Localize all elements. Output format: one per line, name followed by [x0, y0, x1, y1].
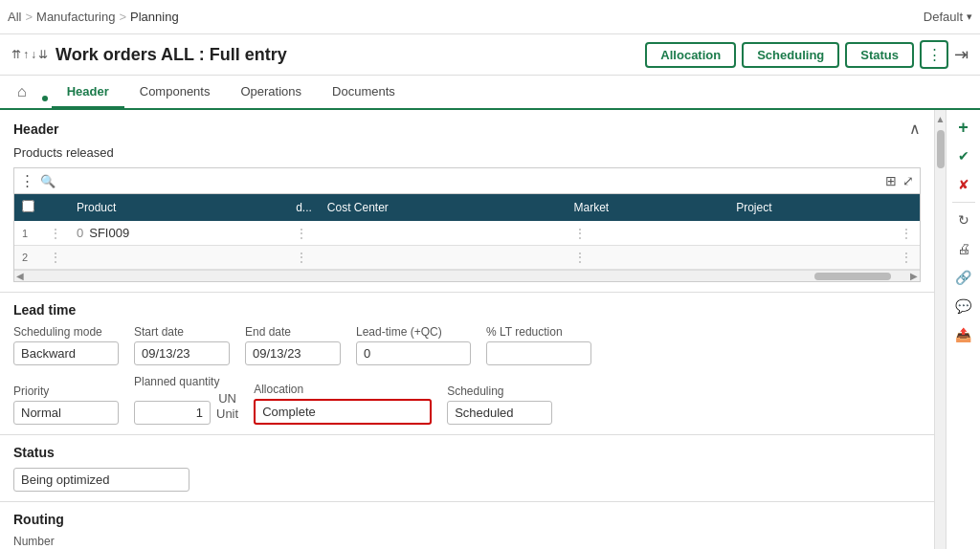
row2-prj-more[interactable]: ⋮: [893, 246, 920, 270]
print-icon[interactable]: 🖨: [950, 235, 977, 262]
lead-time-title: Lead time: [13, 302, 76, 318]
row1-product: 0SFI009: [69, 221, 288, 246]
collapse-icon[interactable]: ∧: [909, 120, 921, 138]
end-date-field: End date: [245, 325, 341, 365]
col-product: Product: [69, 194, 288, 221]
sort-arrows: ⇈ ↑ ↓ ⇊: [11, 48, 48, 61]
scroll-track: ▲: [934, 110, 946, 549]
table-dots-icon[interactable]: ⋮: [20, 172, 34, 189]
leadtime-input[interactable]: [356, 341, 471, 365]
lead-time-row1: Scheduling mode Start date End date Lead…: [13, 325, 921, 365]
start-date-field: Start date: [134, 325, 230, 365]
content-area: Header ∧ Products released ⋮ 🔍 ⊞ ⤢: [0, 110, 934, 549]
row2-drag[interactable]: ⋮: [42, 246, 69, 270]
planned-qty-input[interactable]: [134, 401, 211, 425]
title-bar: ⇈ ↑ ↓ ⇊ Work orders ALL : Full entry All…: [0, 34, 980, 76]
more-options-button[interactable]: ⋮: [920, 40, 948, 69]
tab-components[interactable]: Components: [124, 77, 226, 109]
row2-market[interactable]: [728, 246, 893, 270]
scheduling-button[interactable]: Scheduling: [742, 42, 839, 68]
allocation-field: Allocation: [254, 383, 432, 425]
breadcrumb-all[interactable]: All: [8, 10, 21, 24]
start-date-input[interactable]: [134, 341, 230, 365]
layers-icon[interactable]: ⊞: [885, 173, 897, 188]
tab-header[interactable]: Header: [52, 77, 124, 109]
allocation-input[interactable]: [254, 399, 432, 425]
leadtime-field: Lead-time (+QC): [356, 325, 471, 365]
scheduling-mode-input[interactable]: [13, 341, 119, 365]
expand-icon[interactable]: ⤢: [902, 173, 914, 188]
sort-up-icon[interactable]: ↑: [23, 48, 29, 61]
select-all-checkbox[interactable]: [22, 200, 34, 212]
col-project: Project: [728, 194, 893, 221]
scheduling-input[interactable]: [447, 401, 552, 425]
breadcrumb-manufacturing[interactable]: Manufacturing: [36, 10, 115, 24]
sort-down-icon[interactable]: ↓: [31, 48, 36, 61]
start-date-label: Start date: [134, 325, 230, 339]
col-market: Market: [567, 194, 729, 221]
breadcrumb-bar: All > Manufacturing > Planning Default ▾: [0, 0, 980, 34]
row1-prj-more[interactable]: ⋮: [893, 221, 920, 246]
row1-more[interactable]: ⋮: [288, 221, 320, 246]
status-title: Status: [13, 445, 55, 460]
lt-reduction-field: % LT reduction: [486, 325, 591, 365]
col-checkbox: [14, 194, 42, 221]
section-title-header: Header: [13, 121, 58, 137]
table-search-icon[interactable]: 🔍: [40, 174, 56, 188]
row2-num: 2: [14, 246, 42, 270]
priority-field: Priority: [13, 384, 119, 425]
status-button[interactable]: Status: [845, 42, 914, 68]
row1-market[interactable]: [728, 221, 893, 246]
end-date-input[interactable]: [245, 341, 341, 365]
priority-input[interactable]: [13, 401, 119, 425]
leadtime-label: Lead-time (+QC): [356, 325, 471, 339]
chevron-down-icon[interactable]: ▾: [967, 11, 972, 23]
nav-home[interactable]: ⌂: [8, 79, 36, 104]
tab-documents[interactable]: Documents: [317, 77, 411, 109]
refresh-icon[interactable]: ↻: [950, 207, 977, 233]
priority-label: Priority: [13, 384, 119, 398]
scroll-thumb-v[interactable]: [937, 130, 945, 168]
allocation-label: Allocation: [254, 383, 432, 396]
table-toolbar-right: ⊞ ⤢: [885, 173, 914, 188]
exit-button[interactable]: ⇥: [954, 44, 969, 65]
allocation-button[interactable]: Allocation: [645, 42, 736, 68]
breadcrumb-sep1: >: [25, 10, 33, 24]
row1-cost-center[interactable]: [320, 221, 567, 246]
products-released-label: Products released: [13, 145, 921, 160]
tab-operations[interactable]: Operations: [225, 77, 317, 109]
scheduling-mode-field: Scheduling mode: [13, 325, 119, 365]
scroll-left-icon[interactable]: ◀: [16, 271, 24, 281]
row1-drag[interactable]: ⋮: [42, 221, 69, 246]
main-layout: Header ∧ Products released ⋮ 🔍 ⊞ ⤢: [0, 110, 980, 549]
close-icon[interactable]: ✘: [950, 171, 977, 198]
row2-cc-more[interactable]: ⋮: [567, 246, 729, 270]
checkmark-icon[interactable]: ✔: [950, 143, 977, 169]
share-icon[interactable]: 📤: [950, 321, 977, 348]
sort-up-first-icon[interactable]: ⇈: [11, 48, 21, 61]
scroll-right-icon[interactable]: ▶: [910, 271, 918, 281]
scheduling-mode-label: Scheduling mode: [13, 325, 119, 339]
row2-more[interactable]: ⋮: [288, 246, 320, 270]
scheduling-field: Scheduling: [447, 384, 552, 425]
row2-product[interactable]: [69, 246, 288, 270]
add-icon[interactable]: +: [950, 114, 977, 141]
number-label: Number: [13, 535, 921, 548]
end-date-label: End date: [245, 325, 341, 339]
lt-reduction-input[interactable]: [486, 341, 591, 365]
sidebar-divider: [952, 202, 975, 203]
routing-section: Routing Number ⋮: [0, 502, 934, 549]
row1-num: 1: [14, 221, 42, 246]
row2-cost-center[interactable]: [320, 246, 567, 270]
breadcrumb-sep2: >: [119, 10, 126, 24]
default-label: Default ▾: [924, 10, 972, 24]
routing-title: Routing: [13, 512, 921, 527]
table-toolbar: ⋮ 🔍 ⊞ ⤢: [14, 168, 920, 194]
scroll-thumb-h[interactable]: [814, 273, 891, 280]
status-input[interactable]: [13, 468, 189, 492]
products-table-container: ⋮ 🔍 ⊞ ⤢ Product d... Cost Cen: [13, 167, 921, 282]
row1-cc-more[interactable]: ⋮: [567, 221, 729, 246]
link-icon[interactable]: 🔗: [950, 264, 977, 291]
sort-down-last-icon[interactable]: ⇊: [38, 48, 48, 61]
chat-icon[interactable]: 💬: [950, 293, 977, 319]
